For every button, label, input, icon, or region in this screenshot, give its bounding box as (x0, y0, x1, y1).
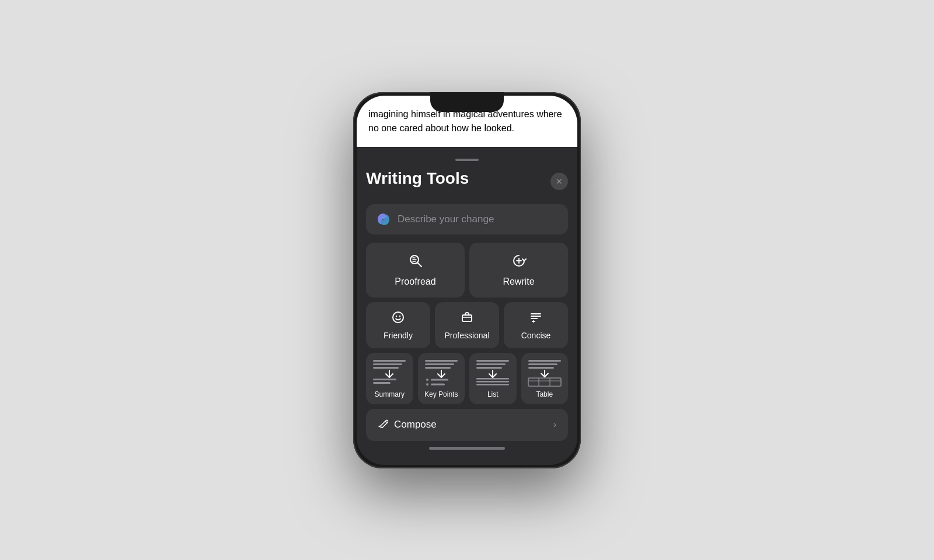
rewrite-button[interactable]: Rewrite (469, 243, 568, 298)
apple-intelligence-icon (375, 211, 392, 228)
summary-icon (371, 358, 408, 388)
svg-rect-42 (528, 378, 561, 386)
concise-label: Concise (521, 331, 551, 340)
friendly-label: Friendly (384, 331, 413, 340)
drag-handle (455, 159, 479, 161)
svg-rect-24 (425, 363, 454, 365)
home-indicator (429, 447, 505, 450)
list-icon (474, 358, 511, 388)
search-placeholder: Describe your change (398, 214, 494, 225)
svg-rect-22 (373, 382, 391, 384)
friendly-button[interactable]: Friendly (366, 302, 430, 348)
svg-rect-38 (528, 360, 561, 362)
rewrite-icon (511, 253, 527, 272)
tools-grid: Proofread Rewrite (366, 243, 568, 404)
svg-rect-35 (476, 378, 509, 380)
compose-label: Compose (394, 419, 437, 430)
svg-rect-18 (373, 363, 402, 365)
svg-rect-32 (476, 363, 506, 365)
svg-point-27 (426, 379, 428, 381)
phone-frame: imagining himself in magical adventures … (353, 92, 581, 468)
key-points-icon (423, 358, 460, 388)
compose-chevron-icon: › (553, 419, 556, 430)
proofread-label: Proofread (395, 276, 435, 287)
proofread-icon (408, 253, 423, 272)
professional-label: Professional (444, 331, 489, 340)
table-button[interactable]: Table (521, 353, 569, 404)
svg-rect-30 (431, 383, 445, 385)
svg-point-7 (393, 312, 403, 323)
compose-left: Compose (378, 418, 437, 432)
svg-point-8 (396, 315, 397, 316)
tools-row-convert: Summary (366, 353, 568, 404)
svg-rect-17 (373, 360, 406, 362)
key-points-label: Key Points (424, 390, 458, 398)
svg-rect-25 (425, 367, 451, 369)
phone-inner: imagining himself in magical adventures … (357, 96, 577, 465)
table-icon (526, 358, 563, 388)
bottom-sheet: Writing Tools ✕ (357, 147, 577, 465)
friendly-icon (391, 310, 405, 327)
svg-line-1 (417, 262, 421, 267)
concise-icon (529, 310, 543, 327)
professional-button[interactable]: Professional (435, 302, 499, 348)
svg-rect-23 (425, 360, 458, 362)
svg-rect-19 (373, 367, 399, 369)
list-label: List (487, 390, 499, 398)
close-button[interactable]: ✕ (550, 173, 568, 190)
svg-rect-33 (476, 367, 502, 369)
phone-notch (430, 92, 504, 112)
svg-rect-21 (373, 379, 396, 380)
tools-row-proofread-rewrite: Proofread Rewrite (366, 243, 568, 298)
list-button[interactable]: List (469, 353, 517, 404)
svg-rect-36 (476, 381, 509, 383)
summary-button[interactable]: Summary (366, 353, 413, 404)
svg-rect-39 (528, 363, 557, 365)
professional-icon (460, 310, 474, 327)
sheet-title: Writing Tools (366, 169, 469, 188)
tools-row-tone: Friendly Professional (366, 302, 568, 348)
table-label: Table (536, 390, 553, 398)
concise-button[interactable]: Concise (504, 302, 568, 348)
compose-button[interactable]: Compose › (366, 409, 568, 441)
svg-point-9 (399, 315, 400, 316)
summary-label: Summary (375, 390, 405, 398)
key-points-button[interactable]: Key Points (418, 353, 465, 404)
svg-rect-28 (431, 379, 448, 380)
svg-rect-37 (476, 384, 509, 386)
svg-line-46 (385, 421, 387, 423)
search-bar[interactable]: Describe your change (366, 204, 568, 235)
svg-point-29 (426, 383, 428, 386)
rewrite-label: Rewrite (503, 276, 534, 287)
proofread-button[interactable]: Proofread (366, 243, 465, 298)
svg-rect-10 (462, 315, 472, 321)
svg-rect-40 (528, 367, 554, 369)
svg-rect-31 (476, 360, 509, 362)
compose-icon (378, 418, 388, 432)
